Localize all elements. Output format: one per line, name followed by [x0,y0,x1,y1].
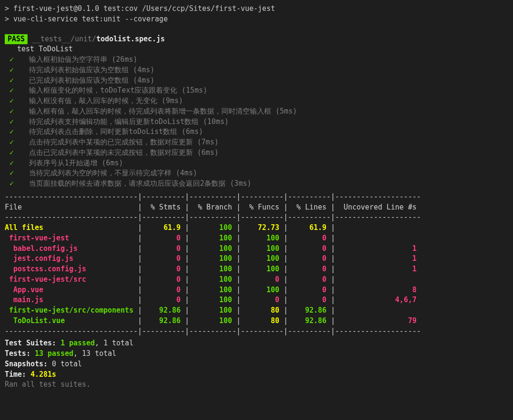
summary-tests: Tests: 13 passed, 13 total [5,349,508,359]
check-icon: ✓ [17,96,25,106]
check-icon: ✓ [17,137,25,148]
check-icon: ✓ [17,55,25,65]
test-text: 待完成列表点击删除，同时更新toDoList数组 (6ms) [25,127,203,136]
spec-file: todolist.spec.js [96,35,165,43]
check-icon: ✓ [17,117,25,127]
check-icon: ✓ [17,106,25,117]
summary-snapshots: Snapshots: 0 total [5,359,508,370]
test-text: 待完成列表初始值应该为空数组 (4ms) [25,66,154,74]
command-2-text: vue-cli-service test:unit --coverage [13,15,168,23]
summary-time: Time: 4.281s [5,370,508,380]
ran-line: Ran all test suites. [5,380,508,390]
test-text: 点击已完成列表中某项的未完成按钮，数据对应更新 (6ms) [25,148,218,157]
test-text: 待完成列表支持编辑功能，编辑后更新toDoList数组 (10ms) [25,117,229,126]
test-item: ✓ 输入框有值，敲入回车的时候，待完成列表将新增一条数据，同时清空输入框 (5m… [5,106,508,117]
test-text: 输入框没有值，敲入回车的时候，无变化 (9ms) [25,96,183,105]
test-item: ✓ 待完成列表点击删除，同时更新toDoList数组 (6ms) [5,127,508,137]
test-list: ✓ 输入框初始值为空字符串 (26ms)✓ 待完成列表初始值应该为空数组 (4m… [5,55,508,189]
test-item: ✓ 点击待完成列表中某项的已完成按钮，数据对应更新 (7ms) [5,137,508,148]
test-text: 输入框初始值为空字符串 (26ms) [25,55,137,64]
test-text: 输入框有值，敲入回车的时候，待完成列表将新增一条数据，同时清空输入框 (5ms) [25,107,297,115]
test-text: 点击待完成列表中某项的已完成按钮，数据对应更新 (7ms) [25,138,218,146]
check-icon: ✓ [17,148,25,158]
suite-name: test ToDoList [5,44,508,55]
prompt-icon: > [5,4,13,13]
test-item: ✓ 输入框初始值为空字符串 (26ms) [5,55,508,65]
command-line-1: > first-vue-jest@0.1.0 test:cov /Users/c… [5,4,508,14]
test-item: ✓ 待完成列表初始值应该为空数组 (4ms) [5,65,508,76]
command-line-2: > vue-cli-service test:unit --coverage [5,14,508,25]
test-text: 当待完成列表为空的时候，不显示待完成字样 (4ms) [25,169,197,177]
spec-header: PASS __tests__/unit/todolist.spec.js [5,34,508,45]
pass-badge: PASS [5,34,28,45]
spec-path-dim: __tests__/unit/ [28,35,96,43]
test-text: 输入框值变化的时候，toDoText应该跟着变化 (15ms) [25,86,208,95]
check-icon: ✓ [17,127,25,137]
test-item: ✓ 当页面挂载的时候去请求数据，请求成功后应该会返回2条数据 (3ms) [5,179,508,189]
test-item: ✓ 列表序号从1开始递增 (6ms) [5,158,508,169]
test-text: 已完成列表初始值应该为空数组 (4ms) [25,76,154,85]
command-1-text: first-vue-jest@0.1.0 test:cov /Users/ccp… [13,4,275,13]
test-item: ✓ 输入框值变化的时候，toDoText应该跟着变化 (15ms) [5,86,508,96]
check-icon: ✓ [17,179,25,189]
check-icon: ✓ [17,168,25,179]
test-item: ✓ 点击已完成列表中某项的未完成按钮，数据对应更新 (6ms) [5,148,508,158]
test-item: ✓ 待完成列表支持编辑功能，编辑后更新toDoList数组 (10ms) [5,117,508,127]
test-text: 列表序号从1开始递增 (6ms) [25,159,123,167]
test-item: ✓ 输入框没有值，敲入回车的时候，无变化 (9ms) [5,96,508,106]
check-icon: ✓ [17,86,25,96]
coverage-table: -------------------------------|--------… [5,192,508,337]
prompt-icon: > [5,15,13,23]
test-item: ✓ 已完成列表初始值应该为空数组 (4ms) [5,76,508,86]
summary-suites: Test Suites: 1 passed, 1 total [5,338,508,349]
check-icon: ✓ [17,158,25,169]
check-icon: ✓ [17,65,25,76]
test-text: 当页面挂载的时候去请求数据，请求成功后应该会返回2条数据 (3ms) [25,179,251,188]
check-icon: ✓ [17,76,25,86]
test-item: ✓ 当待完成列表为空的时候，不显示待完成字样 (4ms) [5,168,508,179]
